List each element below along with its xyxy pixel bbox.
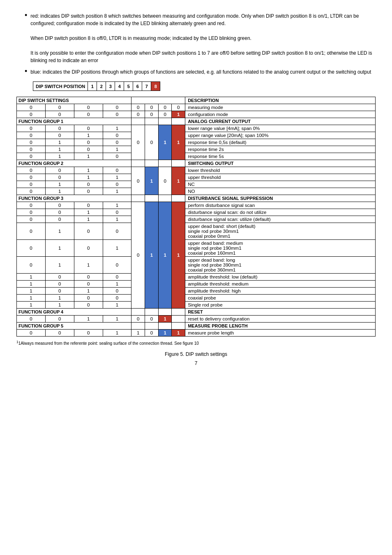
group-label: FUNCTION GROUP 3 (17, 195, 131, 202)
cell-col-1: 1 (17, 295, 46, 302)
table-row: 0101response time 2s (17, 146, 376, 153)
table-row: 0100upper dead band: short (default) sin… (17, 223, 376, 240)
dip-pos-cell-7: 7 (142, 82, 151, 91)
cell-col-1: 0 (17, 139, 46, 146)
intro-bullets: • red: indicates DIP switch position 8 w… (16, 12, 376, 76)
row-description: lower threshold (185, 167, 376, 174)
group-spacer-cell (145, 309, 159, 316)
group-spacer-cell (145, 160, 159, 167)
row-description: disturbance signal scan: do not utilize (185, 209, 376, 216)
dip-pos-cell-2: 2 (97, 82, 106, 91)
bullet-red-text: red: indicates DIP switch position 8 whi… (30, 12, 376, 64)
cell-col-4: 0 (103, 209, 131, 216)
group-spacer-cell (131, 118, 145, 125)
group-spacer-cell (172, 160, 185, 167)
row-description: response time 0,5s (default) (185, 139, 376, 146)
cell-col-3: 0 (74, 274, 103, 281)
table-row: 1101Single rod probe (17, 302, 376, 309)
group-spacer-cell (145, 118, 159, 125)
cell-col-4: 0 (103, 153, 131, 160)
cell-col-4: 0 (103, 139, 131, 146)
row-description: upper dead band: long single rod probe 3… (185, 257, 376, 274)
cell-col-4: 1 (103, 188, 131, 195)
table-row: 1010amplitude threshold: high (17, 288, 376, 295)
cell-col-3: 1 (74, 288, 103, 295)
cell-col-7: 0 (158, 104, 172, 111)
cell-col-1: 0 (17, 132, 46, 139)
cell-col-5: 1 (131, 330, 145, 337)
dip-position-label: DIP SWITCH POSITION (33, 82, 88, 91)
group-label: FUNCTION GROUP 5 (17, 323, 131, 330)
cell-col-2: 0 (45, 111, 74, 118)
row-description: response time 5s (185, 153, 376, 160)
cell-col-2: 1 (45, 223, 74, 240)
cell-col-2: 1 (45, 302, 74, 309)
cell-col-1: 1 (17, 274, 46, 281)
cell-col-2: 1 (45, 240, 74, 257)
group-spacer-cell (158, 309, 172, 316)
cell-col-3: 0 (74, 281, 103, 288)
cell-col-8: 1 (172, 330, 185, 337)
row-description: NC (185, 181, 376, 188)
cell-col-2: 1 (45, 146, 74, 153)
table-row: FUNCTION GROUP 1ANALOG CURRENT OUTPUT (17, 118, 376, 125)
cell-col-4: 0 (103, 274, 131, 281)
row-description: configuration mode (185, 111, 376, 118)
bullet-red-line1: red: indicates DIP switch position 8 whi… (30, 13, 359, 26)
group-desc: ANALOG CURRENT OUTPUT (185, 118, 376, 125)
cell-col-4: 1 (103, 240, 131, 257)
group-spacer-cell (172, 195, 185, 202)
cell-col-4: 1 (103, 330, 131, 337)
group-spacer-cell (131, 309, 145, 316)
group-spacer-cell (158, 118, 172, 125)
dip-pos-cell-6: 6 (133, 82, 142, 91)
table-row: 0011upper threshold (17, 174, 376, 181)
shared-cell-col-6: 1 (145, 167, 159, 195)
table-row: 0100NC (17, 181, 376, 188)
table-row: 0011001reset to delivery configuration (17, 316, 376, 323)
cell-col-3: 1 (74, 257, 103, 274)
table-row: 00000000measuring mode (17, 104, 376, 111)
cell-col-4: 0 (103, 288, 131, 295)
shared-cell-col-8: 1 (172, 125, 185, 160)
cell-col-8: 1 (172, 111, 185, 118)
shared-cell-col-7: 0 (158, 167, 172, 195)
table-row: 1000amplitude threshold: low (default) (17, 274, 376, 281)
group-spacer-cell (131, 160, 145, 167)
table-row: 00100101lower threshold (17, 167, 376, 174)
group-spacer-cell (145, 195, 159, 202)
bullet-red-line3: It is only possible to enter the configu… (30, 50, 372, 63)
cell-col-2: 0 (45, 202, 74, 209)
cell-col-5: 0 (131, 111, 145, 118)
row-description: lower range value [4mA]; span 0% (185, 125, 376, 132)
row-description: amplitude threshold: medium (185, 281, 376, 288)
cell-col-3: 0 (74, 302, 103, 309)
cell-col-4: 1 (103, 125, 131, 132)
cell-col-3: 0 (74, 188, 103, 195)
group-label: FUNCTION GROUP 2 (17, 160, 131, 167)
cell-col-3: 0 (74, 181, 103, 188)
cell-col-3: 1 (74, 316, 103, 323)
cell-col-3: 1 (74, 216, 103, 223)
cell-col-1: 1 (17, 302, 46, 309)
cell-col-3: 0 (74, 330, 103, 337)
group-spacer-cell (158, 195, 172, 202)
group-desc: SWITCHING OUTPUT (185, 160, 376, 167)
shared-cell-col-6: 0 (145, 125, 159, 160)
cell-col-4: 0 (103, 111, 131, 118)
description-header: DESCRIPTION (185, 97, 376, 104)
cell-col-3: 1 (74, 132, 103, 139)
table-header-row: DIP SWITCH SETTINGS DESCRIPTION (17, 97, 376, 104)
bullet-red-line2: When DIP switch position 8 is off/0, LTD… (30, 35, 251, 41)
cell-col-3: 0 (74, 104, 103, 111)
shared-cell-col-7: 1 (158, 125, 172, 160)
cell-col-3: 0 (74, 223, 103, 240)
cell-col-6: 0 (145, 104, 159, 111)
cell-col-2: 0 (45, 330, 74, 337)
dip-pos-cell-8: 8 (151, 82, 160, 91)
dip-position-table: DIP SWITCH POSITION 1 2 3 4 5 6 7 8 (33, 81, 160, 91)
shared-cell-col-5: 0 (131, 167, 145, 195)
table-row: 00010111perform disturbance signal scan (17, 202, 376, 209)
table-row: 0010disturbance signal scan: do not util… (17, 209, 376, 216)
cell-col-1: 0 (17, 240, 46, 257)
